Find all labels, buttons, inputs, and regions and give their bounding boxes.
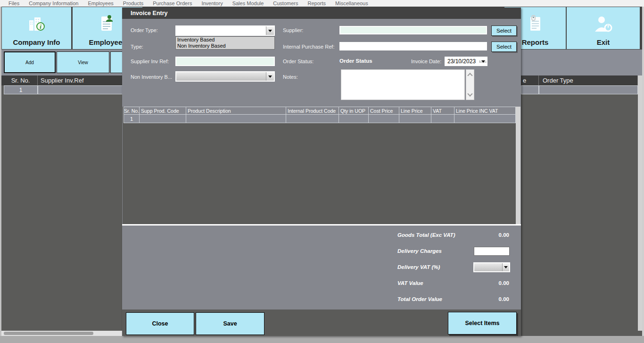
internal-purchase-ref-input[interactable] xyxy=(339,42,487,50)
delivery-vat-dropdown-icon[interactable] xyxy=(502,263,509,271)
order-status-label: Order Status: xyxy=(283,59,314,64)
col-sr-no[interactable]: Sr. No. xyxy=(124,107,140,115)
invoice-entry-dialog: Invoice Entry Order Type: Inventory Base… xyxy=(122,8,521,336)
cell-supp-prod-code xyxy=(140,115,186,123)
exit-label: Exit xyxy=(597,38,610,46)
col-internal-product-code[interactable]: Internal Product Code xyxy=(286,107,339,115)
main-horizontal-scrollbar[interactable] xyxy=(1,331,122,336)
non-inventory-based-combobox[interactable] xyxy=(175,71,275,82)
menu-sales-module[interactable]: Sales Module xyxy=(228,0,269,6)
option-non-inventory-based[interactable]: Non Inventory Based xyxy=(176,43,274,49)
supplier-select-button[interactable]: Select xyxy=(491,25,517,36)
reports-icon xyxy=(524,14,546,35)
hscroll-thumb[interactable] xyxy=(4,332,93,335)
main-vertical-scrollbar[interactable] xyxy=(638,75,642,331)
non-inventory-based-value xyxy=(176,72,266,81)
cell-vat xyxy=(431,115,454,123)
company-info-icon: i xyxy=(26,14,48,35)
menu-company-information[interactable]: Company Information xyxy=(24,0,83,6)
employees-icon xyxy=(97,14,118,35)
items-grid-header: Sr. No. Supp Prod. Code Product Descript… xyxy=(124,107,516,115)
col-line-price[interactable]: Line Price xyxy=(399,107,431,115)
cell-internal-product-code xyxy=(286,115,339,123)
non-inventory-based-label: Non Inventory B... xyxy=(131,74,172,80)
items-grid-row[interactable]: 1 xyxy=(124,115,516,123)
menu-reports[interactable]: Reports xyxy=(303,0,331,6)
notes-scrollbar[interactable] xyxy=(466,69,474,100)
cell-line-price-inc-vat xyxy=(454,115,516,123)
col-product-description[interactable]: Product Description xyxy=(186,107,286,115)
col-line-price-inc-vat[interactable]: Line Price INC VAT xyxy=(454,107,516,115)
menu-products[interactable]: Products xyxy=(118,0,148,6)
bg-col-partial-e[interactable]: e xyxy=(521,75,539,85)
internal-ref-select-button[interactable]: Select xyxy=(491,42,517,52)
view-button[interactable]: View xyxy=(57,51,109,73)
supplier-inv-ref-input[interactable] xyxy=(175,57,275,66)
order-type-dropdown-icon[interactable] xyxy=(266,26,274,35)
add-label: Add xyxy=(25,60,34,65)
cell-qty-in-uop xyxy=(339,115,369,123)
exit-icon xyxy=(591,14,616,35)
type-label: Type: xyxy=(131,44,143,50)
bg-row-partial-cell xyxy=(521,85,539,94)
close-button[interactable]: Close xyxy=(126,312,194,335)
menu-customers[interactable]: Customers xyxy=(268,0,303,6)
menu-files[interactable]: Files xyxy=(4,0,24,6)
items-grid-area xyxy=(123,107,520,224)
non-inventory-dropdown-icon[interactable] xyxy=(266,72,274,81)
window-right-border xyxy=(642,7,644,343)
notes-label: Notes: xyxy=(283,74,298,80)
scroll-up-icon[interactable] xyxy=(467,73,472,78)
delivery-vat-combobox[interactable] xyxy=(473,262,510,272)
company-info-button[interactable]: i Company Info xyxy=(2,7,71,49)
reports-label: Reports xyxy=(522,38,549,46)
delivery-vat-value xyxy=(474,263,502,271)
application-window: Files Company Information Employees Prod… xyxy=(0,0,644,343)
option-inventory-based[interactable]: Inventory Based xyxy=(176,37,274,43)
cell-product-description xyxy=(186,115,286,123)
exit-button[interactable]: Exit xyxy=(567,7,640,49)
order-type-value xyxy=(176,26,266,35)
cell-sr-no: 1 xyxy=(124,115,140,123)
invoice-date-dropdown-icon[interactable] xyxy=(479,60,487,63)
scroll-down-icon[interactable] xyxy=(467,91,472,96)
vat-value-label: VAT Value xyxy=(397,280,423,286)
dialog-title: Invoice Entry xyxy=(122,8,521,19)
menu-employees[interactable]: Employees xyxy=(83,0,118,6)
menu-bar: Files Company Information Employees Prod… xyxy=(0,0,644,7)
col-cost-price[interactable]: Cost Price xyxy=(369,107,399,115)
save-button[interactable]: Save xyxy=(196,312,264,335)
dialog-footer: Close Save Select Items xyxy=(122,310,521,336)
bg-row-sr-no-cell: 1 xyxy=(4,85,38,94)
select-items-button[interactable]: Select Items xyxy=(448,312,517,335)
add-button[interactable]: Add xyxy=(4,51,56,73)
menu-miscellaneous[interactable]: Miscellaneous xyxy=(330,0,373,6)
window-bottom-bar xyxy=(0,336,644,343)
delivery-charges-input[interactable] xyxy=(474,247,510,256)
goods-total-value: 0.00 xyxy=(473,232,509,238)
col-vat[interactable]: VAT xyxy=(431,107,454,115)
items-grid-scrollbar[interactable] xyxy=(516,107,520,224)
delivery-charges-label: Delivery Charges xyxy=(397,248,442,254)
supplier-input[interactable] xyxy=(339,26,487,34)
bg-col-sr-no[interactable]: Sr. No. xyxy=(4,75,38,85)
invoice-date-label: Invoice Date: xyxy=(411,59,441,64)
svg-text:i: i xyxy=(40,23,41,30)
notes-textarea[interactable] xyxy=(341,69,465,100)
internal-purchase-ref-label: Internal Purchase Ref: xyxy=(283,44,334,50)
order-type-combobox[interactable] xyxy=(175,25,275,36)
invoice-date-combobox[interactable]: 23/10/2023 xyxy=(445,57,487,66)
supplier-inv-ref-label: Supplier Inv Ref: xyxy=(131,59,169,64)
invoice-date-value: 23/10/2023 xyxy=(446,58,479,65)
bg-col-order-type[interactable]: Order Type xyxy=(539,75,638,85)
order-type-droplist: Inventory Based Non Inventory Based xyxy=(175,36,275,50)
employees-label: Employees xyxy=(89,38,126,46)
goods-total-label: Goods Total (Exc VAT) xyxy=(397,232,455,238)
supplier-label: Supplier: xyxy=(283,27,303,33)
company-info-label: Company Info xyxy=(13,38,60,46)
col-supp-prod-code[interactable]: Supp Prod. Code xyxy=(140,107,186,115)
menu-inventory[interactable]: Inventory xyxy=(197,0,227,6)
menu-purchase-orders[interactable]: Purchase Orders xyxy=(148,0,197,6)
delivery-vat-label: Delivery VAT (%) xyxy=(397,264,440,270)
col-qty-in-uop[interactable]: Qty in UOP xyxy=(339,107,369,115)
